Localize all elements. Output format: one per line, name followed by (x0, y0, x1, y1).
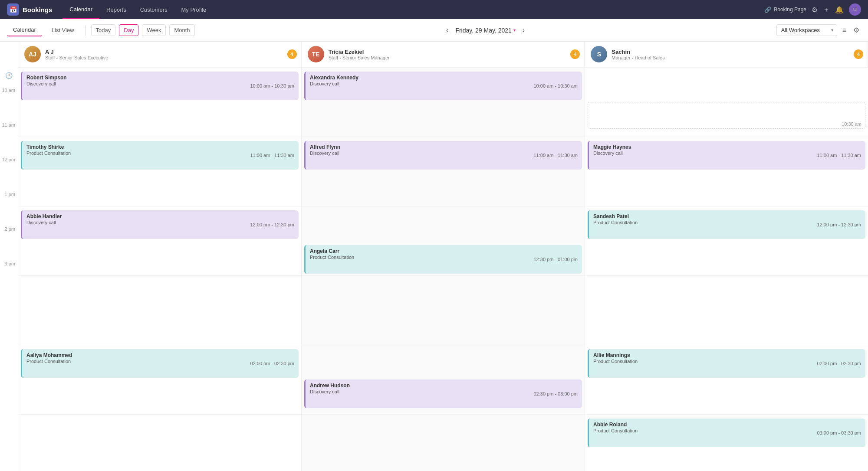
link-icon: 🔗 (764, 7, 771, 13)
grid-line-s2 (585, 206, 868, 206)
grid-line-4 (18, 345, 301, 345)
add-icon[interactable]: ＋ (823, 5, 830, 14)
grid-line-t4 (302, 345, 585, 345)
grid-line-t0 (302, 67, 585, 68)
toolbar: Calendar List View Today Day Week Month … (0, 19, 868, 42)
time-10am: 10 am (0, 87, 18, 121)
clock-icon: 🕐 (5, 72, 13, 79)
dashed-placeholder: 10:30 am (588, 102, 865, 129)
grid-line-t2 (302, 206, 585, 206)
current-date[interactable]: Friday, 29 May, 2021 ▾ (455, 27, 515, 34)
staff-header-sachin: S Sachin Manager - Head of Sales 4 (585, 42, 868, 67)
appt-angela-carr[interactable]: Angela Carr Product Consultation 12:30 p… (304, 245, 582, 274)
staff-header-tricia: TE Tricia Ezekiel Staff - Senior Sales M… (302, 42, 585, 67)
staff-avatar-tricia: TE (308, 46, 324, 62)
list-view-icon[interactable]: ≡ (841, 25, 848, 36)
staff-info-tricia: Tricia Ezekiel Staff - Senior Sales Mana… (329, 49, 579, 60)
brand-icon: 📅 (7, 3, 19, 16)
tab-list-view[interactable]: List View (46, 24, 80, 36)
settings-icon[interactable]: ⚙ (812, 6, 818, 14)
nav-reports[interactable]: Reports (99, 0, 133, 19)
nav-calendar[interactable]: Calendar (62, 0, 99, 19)
staff-name-tricia: Tricia Ezekiel (329, 49, 579, 55)
grid-line-2 (18, 206, 301, 206)
settings-view-icon[interactable]: ⚙ (852, 24, 861, 36)
grid-line-0 (18, 67, 301, 68)
grid-line-s3 (585, 275, 868, 276)
user-avatar[interactable]: U (849, 3, 861, 16)
grid-line-s0 (585, 67, 868, 68)
view-month[interactable]: Month (169, 24, 194, 36)
staff-info-sachin: Sachin Manager - Head of Sales (612, 49, 861, 60)
appt-timothy-shirke[interactable]: Timothy Shirke Product Consultation 11:0… (21, 141, 299, 170)
appt-abbie-roland[interactable]: Abbie Roland Product Consultation 03:00 … (588, 419, 865, 447)
grid-line-t1 (302, 137, 585, 137)
time-12pm: 12 pm (0, 156, 18, 191)
dropdown-arrow: ▾ (513, 28, 516, 33)
appt-aaliya-mohammed[interactable]: Aaliya Mohammed Product Consultation 02:… (21, 349, 299, 378)
grid-col-aj[interactable]: Robert Simpson Discovery call 10:00 am -… (18, 67, 302, 471)
brand-logo[interactable]: 📅 Bookings (7, 3, 52, 16)
time-1pm: 1 pm (0, 191, 18, 226)
bell-icon[interactable]: 🔔 (835, 6, 844, 14)
staff-headers: AJ A J Staff - Senior Sales Executive 4 … (18, 42, 868, 67)
booking-page-button[interactable]: 🔗 Booking Page (764, 7, 806, 13)
staff-name-sachin: Sachin (612, 49, 861, 55)
toolbar-divider (85, 25, 86, 36)
grid-col-tricia[interactable]: Alexandra Kennedy Discovery call 10:00 a… (302, 67, 585, 471)
staff-header-aj: AJ A J Staff - Senior Sales Executive 4 (18, 42, 302, 67)
view-day[interactable]: Day (119, 24, 138, 36)
time-11am: 11 am (0, 121, 18, 156)
nav-customers[interactable]: Customers (133, 0, 174, 19)
brand-name: Bookings (23, 6, 52, 13)
top-navigation: 📅 Bookings Calendar Reports Customers My… (0, 0, 868, 19)
appt-abbie-handler[interactable]: Abbie Handler Discovery call 12:00 pm - … (21, 210, 299, 239)
grid-line-5 (18, 414, 301, 415)
staff-area: AJ A J Staff - Senior Sales Executive 4 … (18, 42, 868, 471)
appt-alfred-flynn[interactable]: Alfred Flynn Discovery call 11:00 am - 1… (304, 141, 582, 170)
staff-info-aj: A J Staff - Senior Sales Executive (45, 49, 295, 60)
time-3pm: 3 pm (0, 260, 18, 295)
staff-badge-tricia: 4 (570, 49, 580, 59)
appt-allie-mannings[interactable]: Allie Mannings Product Consultation 02:0… (588, 349, 865, 378)
appt-sandesh-patel[interactable]: Sandesh Patel Product Consultation 12:00… (588, 210, 865, 239)
grid-col-sachin[interactable]: 10:30 am Maggie Haynes Discovery call 11… (585, 67, 868, 471)
staff-role-sachin: Manager - Head of Sales (612, 55, 861, 60)
calendar-grid: Robert Simpson Discovery call 10:00 am -… (18, 67, 868, 471)
view-today[interactable]: Today (91, 24, 116, 36)
nav-myprofile[interactable]: My Profile (174, 0, 214, 19)
booking-page-label: Booking Page (774, 7, 806, 13)
staff-avatar-aj: AJ (24, 46, 41, 62)
time-2pm: 2 pm (0, 226, 18, 260)
appt-robert-simpson[interactable]: Robert Simpson Discovery call 10:00 am -… (21, 72, 299, 100)
staff-role-tricia: Staff - Senior Sales Manager (329, 55, 579, 60)
grid-line-s5 (585, 414, 868, 415)
workspace-selector[interactable]: All Workspaces (776, 24, 837, 36)
staff-badge-aj: 4 (287, 49, 297, 59)
dashed-time-label: 10:30 am (842, 121, 861, 127)
staff-avatar-sachin: S (591, 46, 607, 62)
calendar-body: 🕐 10 am 11 am 12 pm 1 pm 2 pm 3 pm AJ A … (0, 42, 868, 471)
appt-maggie-haynes[interactable]: Maggie Haynes Discovery call 11:00 am - … (588, 141, 865, 170)
time-column: 🕐 10 am 11 am 12 pm 1 pm 2 pm 3 pm (0, 42, 18, 471)
staff-name-aj: A J (45, 49, 295, 55)
workspace-dropdown[interactable]: All Workspaces (776, 24, 837, 36)
appt-andrew-hudson[interactable]: Andrew Hudson Discovery call 02:30 pm - … (304, 379, 582, 408)
appt-alexandra-kennedy[interactable]: Alexandra Kennedy Discovery call 10:00 a… (304, 72, 582, 100)
next-date-button[interactable]: › (519, 25, 528, 36)
grid-line-t3 (302, 275, 585, 276)
prev-date-button[interactable]: ‹ (443, 25, 452, 36)
grid-line-s4 (585, 345, 868, 345)
nav-right-actions: 🔗 Booking Page ⚙ ＋ 🔔 U (764, 3, 861, 16)
view-week[interactable]: Week (142, 24, 166, 36)
grid-line-t5 (302, 414, 585, 415)
grid-line-3 (18, 275, 301, 276)
staff-role-aj: Staff - Senior Sales Executive (45, 55, 295, 60)
staff-badge-sachin: 4 (854, 49, 863, 59)
grid-line-1 (18, 137, 301, 137)
grid-line-s1 (585, 137, 868, 137)
tab-calendar[interactable]: Calendar (7, 24, 42, 36)
